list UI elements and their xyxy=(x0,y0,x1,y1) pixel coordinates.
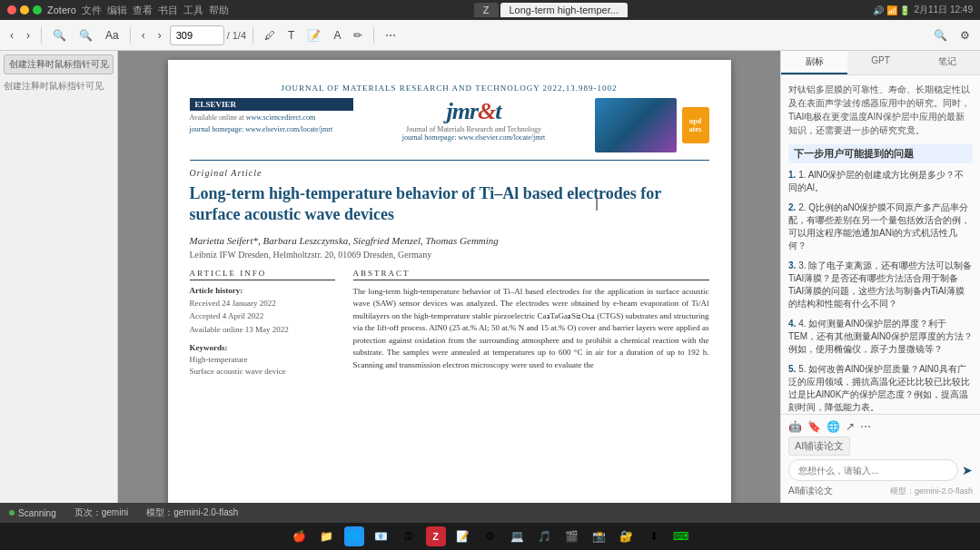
summary-text: 对钛铝多层膜的可靠性、寿命、长期稳定性以及在表面声学波传感器应用中的研究。同时，… xyxy=(788,83,973,137)
available-text: Available online at www.sciencedirect.co… xyxy=(190,113,353,122)
menu-edit[interactable]: 编辑 xyxy=(107,4,127,17)
translate-icon[interactable]: 🌐 xyxy=(827,420,840,433)
questions-title: 下一步用户可能提到的问题 xyxy=(788,144,973,163)
titlebar-right: 🔊 📶 🔋 2月11日 12:49 xyxy=(873,4,973,16)
taskbar-mail[interactable]: 📧 xyxy=(371,526,391,546)
ai-read-icon[interactable]: 🤖 xyxy=(788,420,802,433)
more-tools-btn[interactable]: ⋯ xyxy=(381,25,401,46)
taskbar-notes[interactable]: 📝 xyxy=(453,526,473,546)
tab-gpt[interactable]: GPT xyxy=(847,51,914,74)
authors: Marietta Seifert*, Barbara Leszczynska, … xyxy=(190,235,709,246)
abstract: ABSTRACT The long-term high-temperature … xyxy=(353,269,709,378)
article-title: Long-term high-temperature behavior of T… xyxy=(190,183,709,226)
page-counter: 309 / 1/4 xyxy=(170,25,246,45)
sep1 xyxy=(41,27,42,44)
menu-tools[interactable]: 工具 xyxy=(183,4,203,17)
taskbar-code[interactable]: 💻 xyxy=(508,526,528,546)
back-button[interactable]: ‹ xyxy=(5,25,18,46)
taskbar-download[interactable]: ⬇ xyxy=(644,526,664,546)
footer-action-row: AI辅读论文 xyxy=(788,437,973,456)
chat-input[interactable] xyxy=(788,459,958,481)
pdf-page: JOURNAL OF MATERIALS RESEARCH AND TECHNO… xyxy=(168,60,731,503)
journal-divider xyxy=(190,160,709,161)
keywords-label: Keywords: xyxy=(190,343,335,352)
more-icon[interactable]: ⋯ xyxy=(860,420,871,433)
titlebar: Zotero 文件 编辑 查看 书目 工具 帮助 Z Long-term hig… xyxy=(0,0,980,20)
zoom-out-btn[interactable]: 🔍 xyxy=(74,25,97,46)
bookmark-icon[interactable]: 🔖 xyxy=(807,420,821,433)
search-btn[interactable]: 🔍 xyxy=(929,25,952,46)
question-1: 1. 1. AlN0保护层的创建成方比例是多少？不同的Al。 xyxy=(788,169,973,194)
tab-pdf[interactable]: Long-term high-temper... xyxy=(500,3,628,17)
highlight-btn[interactable]: 🖊 xyxy=(260,25,280,46)
taskbar-browser[interactable]: 🌐 xyxy=(344,526,364,546)
ai-assist-btn[interactable]: AI辅读论文 xyxy=(788,437,850,456)
taskbar-apple[interactable]: 🍎 xyxy=(290,526,310,546)
footer-model-row: AI辅读论文 模型：gemini-2.0-flash xyxy=(788,485,973,497)
journal-subtitle: Journal of Materials Research and Techno… xyxy=(353,125,595,133)
font-btn[interactable]: Aa xyxy=(101,25,124,46)
prev-page-btn[interactable]: ‹ xyxy=(137,25,150,46)
update-icon[interactable]: updates xyxy=(682,107,709,143)
taskbar-zotero[interactable]: Z xyxy=(426,526,446,546)
taskbar-security[interactable]: 🔐 xyxy=(617,526,637,546)
q3-num: 3. xyxy=(788,260,796,270)
maximize-button[interactable] xyxy=(33,5,42,15)
history-label: Article history: xyxy=(190,286,335,295)
taskbar: 🍎 📁 🌐 📧 🗓 Z 📝 ⚙ 💻 🎵 🎬 📸 🔐 ⬇ ⌨ xyxy=(0,523,980,550)
taskbar-music[interactable]: 🎵 xyxy=(535,526,555,546)
tab-notes[interactable]: 笔记 xyxy=(914,51,980,74)
affiliation: Leibniz IFW Dresden, Helmholtzstr. 20, 0… xyxy=(190,250,709,260)
tab-zotero[interactable]: Z xyxy=(474,3,499,17)
menu-file[interactable]: 文件 xyxy=(82,4,102,17)
share-icon[interactable]: ↗ xyxy=(846,420,855,433)
taskbar-finder[interactable]: 📁 xyxy=(317,526,337,546)
system-icons: 🔊 📶 🔋 xyxy=(873,5,911,15)
page-input[interactable]: 309 xyxy=(170,25,224,45)
menu-bib[interactable]: 书目 xyxy=(158,4,178,17)
received-date: Received 24 January 2022 xyxy=(190,297,335,309)
available-date: Available online 13 May 2022 xyxy=(190,323,335,336)
abstract-text: The long-term high-temperature behavior … xyxy=(353,286,709,372)
taskbar-settings[interactable]: ⚙ xyxy=(480,526,500,546)
article-dates: Received 24 January 2022 Accepted 4 Apri… xyxy=(190,297,335,336)
taskbar-video[interactable]: 🎬 xyxy=(562,526,582,546)
scanning-label: Scanning xyxy=(18,508,56,518)
footer-input-row: ➤ xyxy=(788,459,973,481)
abstract-title: ABSTRACT xyxy=(353,269,709,280)
main-area: 创建注释时鼠标指针可见 创建注释时鼠标指针可见 JOURNAL OF MATER… xyxy=(0,51,980,503)
pdf-viewer[interactable]: JOURNAL OF MATERIALS RESEARCH AND TECHNO… xyxy=(118,51,780,503)
journal-right: updates xyxy=(595,98,709,152)
sidebar-label: 创建注释时鼠标指针可见 xyxy=(4,78,114,94)
next-page-btn[interactable]: › xyxy=(153,25,166,46)
menu-help[interactable]: 帮助 xyxy=(209,4,229,17)
close-button[interactable] xyxy=(7,5,16,15)
menu-view[interactable]: 查看 xyxy=(133,4,153,17)
ai-label-text: AI辅读论文 xyxy=(788,485,833,497)
draw-btn[interactable]: ✏ xyxy=(349,25,367,46)
note-btn[interactable]: 📝 xyxy=(302,25,325,46)
q5-text: 5. 如何改善AlN0保护层质量？AlN0具有广泛的应用领域，拥抗高温化还比比较… xyxy=(788,364,970,412)
scan-dot xyxy=(9,510,15,516)
add-annotation-btn[interactable]: 创建注释时鼠标指针可见 xyxy=(4,54,114,74)
text-btn[interactable]: A xyxy=(329,25,345,46)
available-link: www.sciencedirect.com xyxy=(246,113,315,122)
toolbar: ‹ › 🔍 🔍 Aa ‹ › 309 / 1/4 🖊 T 📝 A ✏ ⋯ 🔍 ⚙ xyxy=(0,20,980,51)
footer-icon-row: 🤖 🔖 🌐 ↗ ⋯ xyxy=(788,420,973,433)
forward-button[interactable]: › xyxy=(22,25,35,46)
settings-btn[interactable]: ⚙ xyxy=(955,25,975,46)
right-panel-content: 对钛铝多层膜的可靠性、寿命、长期稳定性以及在表面声学波传感器应用中的研究。同时，… xyxy=(781,75,980,414)
send-btn[interactable]: ➤ xyxy=(962,463,973,477)
titlebar-left: Zotero 文件 编辑 查看 书目 工具 帮助 xyxy=(7,4,229,17)
underline-btn[interactable]: T xyxy=(283,25,299,46)
page-sep: / xyxy=(227,30,230,41)
tab-summary[interactable]: 副标 xyxy=(781,51,847,74)
scanning-status: Scanning xyxy=(9,508,56,518)
minimize-button[interactable] xyxy=(20,5,29,15)
taskbar-calendar[interactable]: 🗓 xyxy=(399,526,419,546)
taskbar-terminal[interactable]: ⌨ xyxy=(671,526,691,546)
window-controls[interactable] xyxy=(7,5,42,15)
zoom-btn[interactable]: 🔍 xyxy=(48,25,71,46)
taskbar-photos[interactable]: 📸 xyxy=(589,526,609,546)
question-3: 3. 3. 除了电子束离源，还有哪些方法可以制备TiAl薄膜？是否还有哪些方法活… xyxy=(788,260,973,310)
